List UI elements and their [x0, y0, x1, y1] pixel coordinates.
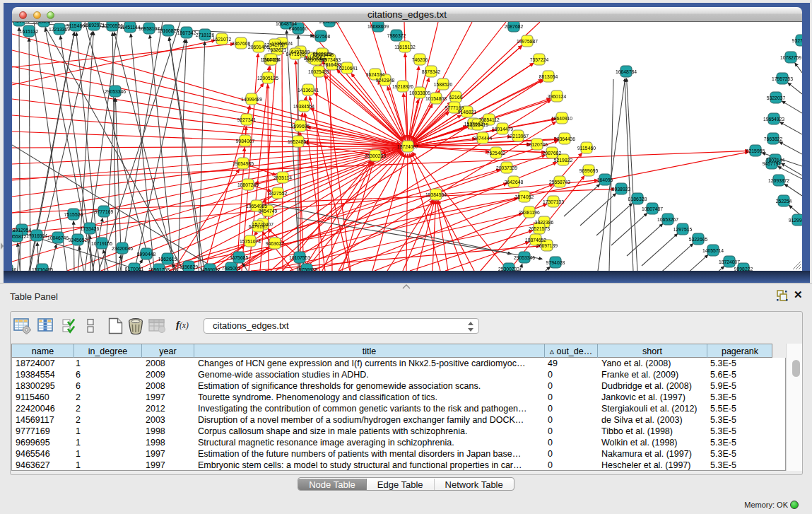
svg-text:3874052: 3874052	[515, 194, 534, 199]
svg-text:2367608: 2367608	[232, 41, 251, 46]
svg-text:12093872: 12093872	[768, 178, 789, 183]
svg-text:29053346: 29053346	[105, 89, 126, 94]
svg-text:19166827: 19166827	[158, 28, 179, 33]
svg-text:5219822: 5219822	[554, 158, 573, 163]
svg-text:1362615: 1362615	[158, 257, 177, 262]
svg-text:26521573: 26521573	[529, 226, 550, 231]
svg-text:9227341: 9227341	[237, 117, 257, 122]
svg-text:7663822: 7663822	[764, 136, 783, 141]
svg-text:19384554: 19384554	[293, 104, 314, 109]
svg-text:8912954: 8912954	[13, 228, 32, 233]
svg-text:6479197: 6479197	[249, 224, 268, 229]
svg-text:19654985: 19654985	[233, 161, 254, 166]
svg-text:9327509: 9327509	[792, 38, 802, 43]
svg-text:7625402: 7625402	[487, 151, 506, 156]
svg-text:9463627: 9463627	[266, 241, 285, 246]
svg-text:2087682: 2087682	[543, 151, 562, 156]
svg-text:3624534: 3624534	[366, 72, 385, 77]
svg-text:10025433: 10025433	[308, 69, 329, 74]
svg-text:18724007: 18724007	[397, 144, 418, 149]
svg-text:746206: 746206	[412, 57, 428, 62]
svg-text:9327508: 9327508	[312, 34, 331, 39]
svg-text:25300233: 25300233	[365, 153, 386, 158]
svg-text:10958107: 10958107	[139, 26, 160, 31]
svg-text:19524851: 19524851	[288, 139, 309, 144]
svg-text:20037339: 20037339	[496, 165, 517, 170]
svg-text:17957253: 17957253	[772, 76, 793, 81]
svg-text:8813054: 8813054	[539, 74, 558, 79]
svg-text:9115460: 9115460	[66, 23, 85, 28]
svg-text:5322037: 5322037	[767, 95, 786, 100]
svg-text:9777169: 9777169	[95, 209, 114, 214]
svg-text:3960124: 3960124	[548, 94, 567, 99]
svg-text:62160: 62160	[449, 95, 463, 100]
svg-text:16648784: 16648784	[616, 69, 637, 74]
svg-text:18724007: 18724007	[719, 259, 740, 264]
svg-text:19384554: 19384554	[425, 192, 447, 197]
svg-text:10033809: 10033809	[409, 90, 430, 95]
svg-text:18874652: 18874652	[525, 238, 546, 243]
svg-text:7485003: 7485003	[222, 266, 241, 271]
svg-text:10107553: 10107553	[289, 255, 310, 260]
svg-text:18640910: 18640910	[551, 116, 572, 121]
svg-text:7816483: 7816483	[323, 62, 342, 67]
svg-text:12905135: 12905135	[257, 76, 278, 81]
svg-text:19975887: 19975887	[517, 39, 538, 44]
svg-text:9146821: 9146821	[458, 110, 477, 115]
svg-text:25300233: 25300233	[498, 267, 519, 271]
svg-text:1867342: 1867342	[177, 30, 196, 35]
svg-text:19654985: 19654985	[246, 204, 267, 209]
svg-text:3675685: 3675685	[230, 255, 249, 260]
svg-text:10154808: 10154808	[425, 96, 447, 101]
svg-text:10688609: 10688609	[367, 24, 389, 29]
svg-text:1588520: 1588520	[434, 82, 453, 87]
svg-text:28381196: 28381196	[519, 210, 540, 215]
svg-text:29053346: 29053346	[514, 255, 535, 260]
svg-text:9699695: 9699695	[291, 124, 310, 129]
svg-text:8427552: 8427552	[269, 191, 288, 196]
svg-text:8938923: 8938923	[313, 52, 332, 57]
svg-text:19756928: 19756928	[296, 267, 317, 271]
svg-text:10854112: 10854112	[478, 117, 500, 122]
svg-text:7357224: 7357224	[530, 57, 549, 62]
svg-text:8454749: 8454749	[259, 209, 278, 214]
svg-text:12213967: 12213967	[507, 134, 529, 139]
svg-text:8938923: 8938923	[612, 187, 631, 192]
svg-text:10973493: 10973493	[319, 57, 341, 62]
svg-text:16543362: 16543362	[319, 22, 340, 24]
svg-text:13325419: 13325419	[467, 122, 488, 127]
svg-text:9474444: 9474444	[473, 136, 493, 141]
svg-text:15716485: 15716485	[32, 267, 53, 271]
svg-text:11451144: 11451144	[119, 25, 140, 30]
svg-text:9084067: 9084067	[236, 139, 255, 144]
svg-text:2935114: 2935114	[273, 175, 292, 180]
svg-text:16961758: 16961758	[148, 267, 170, 271]
svg-text:19218926: 19218926	[392, 84, 413, 89]
svg-text:9245652: 9245652	[69, 238, 88, 243]
svg-text:8170061: 8170061	[125, 267, 144, 271]
svg-text:1156829: 1156829	[180, 264, 198, 269]
svg-text:8878342: 8878342	[422, 69, 441, 74]
svg-text:164095: 164095	[597, 177, 613, 182]
svg-text:1167534: 1167534	[262, 57, 281, 62]
svg-text:9984067: 9984067	[35, 22, 54, 24]
svg-text:7986372: 7986372	[387, 33, 406, 38]
svg-text:9794028: 9794028	[546, 260, 565, 265]
svg-text:9457791: 9457791	[763, 161, 782, 166]
svg-text:7632621: 7632621	[268, 47, 287, 52]
svg-text:17307133: 17307133	[543, 199, 564, 204]
svg-text:18807249: 18807249	[237, 182, 259, 187]
svg-text:11615132: 11615132	[394, 45, 416, 49]
svg-text:22420046: 22420046	[12, 22, 30, 23]
svg-text:14136141: 14136141	[298, 88, 319, 93]
svg-text:9115460: 9115460	[577, 146, 596, 151]
svg-text:9699695: 9699695	[579, 168, 599, 173]
svg-text:9129966: 9129966	[789, 218, 802, 223]
svg-text:8215955: 8215955	[746, 148, 765, 153]
svg-text:9898222: 9898222	[734, 267, 753, 271]
svg-text:14569117: 14569117	[199, 267, 220, 271]
svg-text:26697139: 26697139	[536, 243, 558, 248]
svg-text:252254: 252254	[776, 199, 792, 204]
svg-text:20364436: 20364436	[554, 136, 575, 141]
svg-text:17016504: 17016504	[26, 233, 47, 238]
